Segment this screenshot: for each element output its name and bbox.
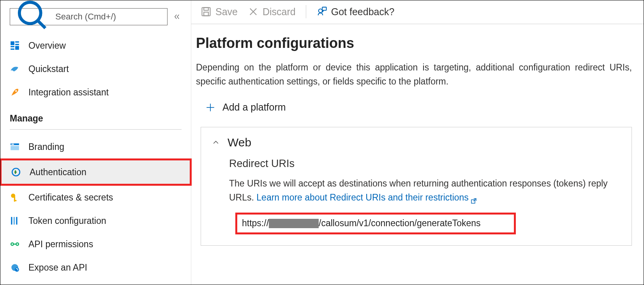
save-icon bbox=[201, 6, 212, 17]
card-header[interactable]: Web bbox=[212, 136, 621, 149]
svg-rect-30 bbox=[322, 7, 326, 10]
section-divider bbox=[10, 129, 182, 130]
svg-rect-6 bbox=[11, 49, 14, 50]
svg-rect-11 bbox=[11, 144, 14, 144]
svg-point-23 bbox=[15, 267, 19, 272]
feedback-label: Got feedback? bbox=[331, 6, 395, 18]
discard-button[interactable]: Discard bbox=[248, 6, 296, 18]
svg-point-29 bbox=[319, 9, 322, 12]
quickstart-icon bbox=[10, 64, 20, 74]
api-permissions-icon bbox=[10, 239, 20, 249]
collapse-chevron-icon[interactable] bbox=[172, 12, 182, 21]
content-area: Save Discard Got feedback? Platform conf… bbox=[191, 0, 644, 285]
chevron-up-icon bbox=[212, 139, 220, 146]
learn-more-link[interactable]: Learn more about Redirect URIs and their… bbox=[256, 192, 477, 202]
svg-rect-16 bbox=[11, 217, 12, 225]
nav-label: Expose an API bbox=[28, 262, 87, 273]
uri-input-highlight: https:///callosum/v1/connection/generate… bbox=[235, 213, 621, 234]
nav-item-integration-assistant[interactable]: Integration assistant bbox=[0, 81, 191, 104]
svg-rect-3 bbox=[15, 41, 19, 42]
nav-item-expose-api[interactable]: Expose an API bbox=[0, 256, 191, 279]
svg-rect-15 bbox=[14, 200, 17, 201]
discard-icon bbox=[248, 6, 259, 17]
feedback-icon bbox=[316, 6, 327, 17]
redacted-host bbox=[269, 219, 319, 228]
nav-label: Overview bbox=[28, 40, 66, 51]
nav-item-authentication[interactable]: Authentication bbox=[2, 160, 190, 184]
search-icon bbox=[15, 0, 51, 36]
svg-rect-7 bbox=[15, 46, 19, 50]
nav-label: Certificates & secrets bbox=[28, 192, 113, 203]
branding-icon bbox=[10, 142, 20, 152]
nav-item-token-config[interactable]: Token configuration bbox=[0, 209, 191, 232]
uri-description: The URIs we will accept as destinations … bbox=[229, 177, 621, 204]
save-label: Save bbox=[215, 6, 238, 18]
search-input[interactable] bbox=[55, 12, 162, 22]
highlight-authentication: Authentication bbox=[0, 158, 192, 186]
nav-item-api-permissions[interactable]: API permissions bbox=[0, 232, 191, 256]
svg-rect-5 bbox=[11, 46, 14, 47]
sidebar: Overview Quickstart Integration assistan… bbox=[0, 0, 191, 285]
main-body: Platform configurations Depending on the… bbox=[191, 24, 644, 246]
svg-rect-24 bbox=[202, 8, 210, 16]
add-platform-button[interactable]: Add a platform bbox=[196, 100, 632, 127]
svg-rect-17 bbox=[14, 217, 15, 225]
expose-api-icon bbox=[10, 262, 20, 273]
nav-item-branding[interactable]: Branding bbox=[0, 135, 191, 158]
nav-label: Token configuration bbox=[28, 216, 106, 226]
nav-item-certificates[interactable]: Certificates & secrets bbox=[0, 186, 191, 209]
save-button[interactable]: Save bbox=[201, 6, 238, 18]
nav-label: Integration assistant bbox=[28, 87, 109, 98]
nav-item-overview[interactable]: Overview bbox=[0, 34, 191, 57]
uri-suffix: /callosum/v1/connection/generateTokens bbox=[319, 218, 481, 229]
learn-more-text: Learn more about Redirect URIs and their… bbox=[256, 192, 469, 202]
overview-icon bbox=[10, 40, 20, 51]
nav-item-quickstart[interactable]: Quickstart bbox=[0, 57, 191, 81]
external-link-icon bbox=[470, 195, 477, 202]
page-heading: Platform configurations bbox=[196, 35, 632, 51]
toolbar-separator bbox=[306, 5, 306, 18]
svg-point-20 bbox=[16, 243, 19, 246]
nav-label: API permissions bbox=[28, 239, 93, 250]
nav-label: Branding bbox=[28, 142, 64, 152]
page-description: Depending on the platform or device this… bbox=[196, 61, 632, 88]
add-platform-label: Add a platform bbox=[222, 102, 286, 113]
platform-card-web: Web Redirect URIs The URIs we will accep… bbox=[201, 127, 632, 245]
search-box[interactable] bbox=[10, 8, 168, 25]
svg-rect-26 bbox=[204, 12, 208, 16]
svg-rect-4 bbox=[15, 44, 19, 45]
svg-point-19 bbox=[11, 243, 14, 246]
nav-label: Quickstart bbox=[28, 64, 69, 74]
toolbar: Save Discard Got feedback? bbox=[191, 5, 644, 24]
rocket-icon bbox=[10, 87, 20, 97]
search-row bbox=[0, 8, 191, 34]
authentication-icon bbox=[11, 167, 21, 177]
card-title: Web bbox=[228, 136, 251, 149]
svg-line-1 bbox=[38, 21, 46, 28]
plus-icon bbox=[205, 102, 215, 113]
nav-label: Authentication bbox=[30, 167, 86, 178]
feedback-button[interactable]: Got feedback? bbox=[316, 6, 395, 18]
uri-prefix: https:// bbox=[242, 218, 269, 229]
svg-point-0 bbox=[19, 2, 41, 24]
svg-rect-25 bbox=[204, 8, 208, 11]
key-icon bbox=[10, 192, 20, 202]
redirect-uri-input[interactable]: https:///callosum/v1/connection/generate… bbox=[235, 213, 516, 234]
svg-rect-10 bbox=[11, 146, 19, 150]
discard-label: Discard bbox=[263, 6, 296, 18]
token-icon bbox=[10, 216, 20, 226]
section-manage-title: Manage bbox=[0, 104, 191, 128]
svg-rect-18 bbox=[16, 217, 17, 225]
svg-rect-2 bbox=[11, 41, 14, 45]
svg-point-8 bbox=[15, 90, 17, 92]
card-subtitle: Redirect URIs bbox=[229, 158, 621, 170]
